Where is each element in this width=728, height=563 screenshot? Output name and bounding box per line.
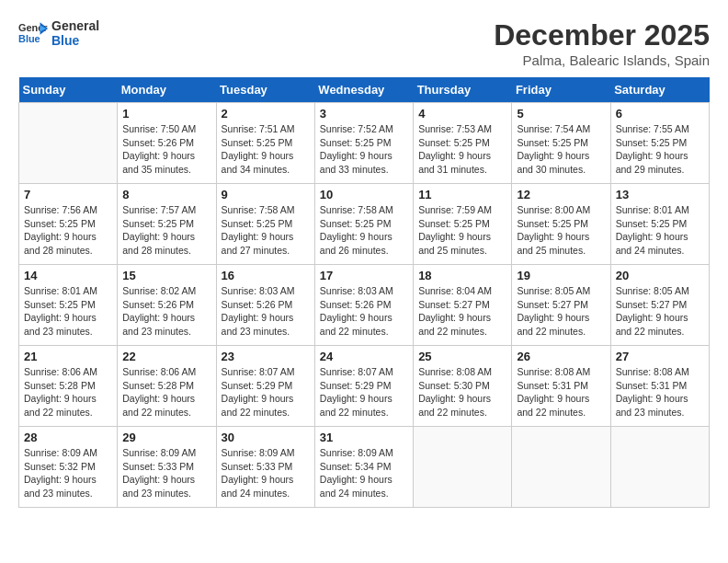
day-number: 29 — [122, 431, 210, 444]
day-info: Sunrise: 8:03 AMSunset: 5:26 PMDaylight:… — [222, 284, 310, 339]
day-number: 1 — [122, 107, 210, 121]
calendar-cell: 21Sunrise: 8:06 AMSunset: 5:28 PMDayligh… — [19, 346, 118, 427]
logo-general-text: General — [51, 18, 99, 33]
day-info: Sunrise: 8:03 AMSunset: 5:26 PMDaylight:… — [320, 284, 408, 339]
day-info: Sunrise: 8:06 AMSunset: 5:28 PMDaylight:… — [122, 365, 210, 419]
calendar-cell: 24Sunrise: 8:07 AMSunset: 5:29 PMDayligh… — [314, 346, 413, 427]
day-number: 19 — [517, 269, 605, 282]
calendar-cell: 10Sunrise: 7:58 AMSunset: 5:25 PMDayligh… — [314, 184, 413, 265]
calendar-table: SundayMondayTuesdayWednesdayThursdayFrid… — [18, 77, 710, 508]
logo-icon: General Blue — [18, 20, 48, 46]
day-number: 15 — [122, 269, 210, 282]
calendar-cell: 28Sunrise: 8:09 AMSunset: 5:32 PMDayligh… — [19, 427, 118, 508]
day-number: 28 — [24, 431, 112, 444]
day-number: 13 — [616, 188, 704, 201]
calendar-cell: 20Sunrise: 8:05 AMSunset: 5:27 PMDayligh… — [610, 265, 709, 346]
day-info: Sunrise: 8:09 AMSunset: 5:33 PMDaylight:… — [122, 446, 210, 500]
page-header: General Blue General Blue December 2025 … — [18, 18, 710, 68]
calendar-week-4: 21Sunrise: 8:06 AMSunset: 5:28 PMDayligh… — [19, 346, 710, 427]
day-number: 8 — [122, 188, 210, 201]
day-number: 7 — [24, 188, 112, 201]
calendar-cell: 23Sunrise: 8:07 AMSunset: 5:29 PMDayligh… — [216, 346, 314, 427]
calendar-cell: 18Sunrise: 8:04 AMSunset: 5:27 PMDayligh… — [414, 265, 512, 346]
calendar-cell: 1Sunrise: 7:50 AMSunset: 5:26 PMDaylight… — [118, 103, 216, 184]
day-info: Sunrise: 7:56 AMSunset: 5:25 PMDaylight:… — [24, 203, 112, 258]
day-info: Sunrise: 8:05 AMSunset: 5:27 PMDaylight:… — [616, 284, 704, 339]
day-number: 17 — [320, 269, 408, 282]
day-info: Sunrise: 7:52 AMSunset: 5:25 PMDaylight:… — [320, 122, 408, 177]
day-number: 6 — [616, 107, 704, 121]
day-number: 22 — [122, 350, 210, 363]
day-number: 2 — [222, 107, 310, 121]
month-year-title: December 2025 — [494, 18, 710, 52]
calendar-week-5: 28Sunrise: 8:09 AMSunset: 5:32 PMDayligh… — [19, 427, 710, 508]
column-header-wednesday: Wednesday — [314, 77, 413, 103]
day-number: 30 — [222, 431, 310, 444]
day-info: Sunrise: 8:08 AMSunset: 5:31 PMDaylight:… — [616, 365, 704, 419]
calendar-cell — [19, 103, 118, 184]
calendar-cell: 9Sunrise: 7:58 AMSunset: 5:25 PMDaylight… — [216, 184, 314, 265]
day-number: 25 — [418, 350, 506, 363]
calendar-cell: 7Sunrise: 7:56 AMSunset: 5:25 PMDaylight… — [19, 184, 118, 265]
day-info: Sunrise: 8:07 AMSunset: 5:29 PMDaylight:… — [222, 365, 310, 419]
day-number: 24 — [320, 350, 408, 363]
day-info: Sunrise: 7:58 AMSunset: 5:25 PMDaylight:… — [320, 203, 408, 258]
day-number: 26 — [517, 350, 605, 363]
day-info: Sunrise: 8:08 AMSunset: 5:31 PMDaylight:… — [517, 365, 605, 419]
day-number: 3 — [320, 107, 408, 121]
day-number: 11 — [418, 188, 506, 201]
column-header-friday: Friday — [512, 77, 610, 103]
calendar-cell — [610, 427, 709, 508]
day-info: Sunrise: 8:09 AMSunset: 5:32 PMDaylight:… — [24, 446, 112, 500]
day-number: 20 — [616, 269, 704, 282]
calendar-cell: 16Sunrise: 8:03 AMSunset: 5:26 PMDayligh… — [216, 265, 314, 346]
day-number: 16 — [222, 269, 310, 282]
calendar-cell — [512, 427, 610, 508]
day-number: 10 — [320, 188, 408, 201]
day-number: 14 — [24, 269, 112, 282]
calendar-cell: 26Sunrise: 8:08 AMSunset: 5:31 PMDayligh… — [512, 346, 610, 427]
day-info: Sunrise: 7:50 AMSunset: 5:26 PMDaylight:… — [122, 122, 210, 177]
calendar-cell — [414, 427, 512, 508]
calendar-cell: 3Sunrise: 7:52 AMSunset: 5:25 PMDaylight… — [314, 103, 413, 184]
day-info: Sunrise: 8:05 AMSunset: 5:27 PMDaylight:… — [517, 284, 605, 339]
calendar-cell: 14Sunrise: 8:01 AMSunset: 5:25 PMDayligh… — [19, 265, 118, 346]
calendar-cell: 27Sunrise: 8:08 AMSunset: 5:31 PMDayligh… — [610, 346, 709, 427]
day-info: Sunrise: 8:06 AMSunset: 5:28 PMDaylight:… — [24, 365, 112, 419]
column-header-thursday: Thursday — [414, 77, 512, 103]
day-number: 9 — [222, 188, 310, 201]
calendar-cell: 22Sunrise: 8:06 AMSunset: 5:28 PMDayligh… — [118, 346, 216, 427]
day-info: Sunrise: 8:07 AMSunset: 5:29 PMDaylight:… — [320, 365, 408, 419]
day-number: 21 — [24, 350, 112, 363]
day-info: Sunrise: 7:54 AMSunset: 5:25 PMDaylight:… — [517, 122, 605, 177]
title-area: December 2025 Palma, Balearic Islands, S… — [494, 18, 710, 68]
calendar-cell: 30Sunrise: 8:09 AMSunset: 5:33 PMDayligh… — [216, 427, 314, 508]
calendar-cell: 19Sunrise: 8:05 AMSunset: 5:27 PMDayligh… — [512, 265, 610, 346]
calendar-cell: 2Sunrise: 7:51 AMSunset: 5:25 PMDaylight… — [216, 103, 314, 184]
day-number: 5 — [517, 107, 605, 121]
calendar-cell: 4Sunrise: 7:53 AMSunset: 5:25 PMDaylight… — [414, 103, 512, 184]
calendar-cell: 11Sunrise: 7:59 AMSunset: 5:25 PMDayligh… — [414, 184, 512, 265]
calendar-week-3: 14Sunrise: 8:01 AMSunset: 5:25 PMDayligh… — [19, 265, 710, 346]
calendar-cell: 15Sunrise: 8:02 AMSunset: 5:26 PMDayligh… — [118, 265, 216, 346]
calendar-cell: 8Sunrise: 7:57 AMSunset: 5:25 PMDaylight… — [118, 184, 216, 265]
column-header-monday: Monday — [118, 77, 216, 103]
day-info: Sunrise: 8:01 AMSunset: 5:25 PMDaylight:… — [24, 284, 112, 339]
day-number: 31 — [320, 431, 408, 444]
day-info: Sunrise: 7:51 AMSunset: 5:25 PMDaylight:… — [222, 122, 310, 177]
calendar-cell: 5Sunrise: 7:54 AMSunset: 5:25 PMDaylight… — [512, 103, 610, 184]
day-info: Sunrise: 7:55 AMSunset: 5:25 PMDaylight:… — [616, 122, 704, 177]
column-header-sunday: Sunday — [19, 77, 118, 103]
day-number: 12 — [517, 188, 605, 201]
day-info: Sunrise: 8:09 AMSunset: 5:33 PMDaylight:… — [222, 446, 310, 500]
calendar-week-2: 7Sunrise: 7:56 AMSunset: 5:25 PMDaylight… — [19, 184, 710, 265]
day-info: Sunrise: 8:00 AMSunset: 5:25 PMDaylight:… — [517, 203, 605, 258]
calendar-week-1: 1Sunrise: 7:50 AMSunset: 5:26 PMDaylight… — [19, 103, 710, 184]
svg-text:Blue: Blue — [18, 33, 40, 44]
day-info: Sunrise: 8:01 AMSunset: 5:25 PMDaylight:… — [616, 203, 704, 258]
day-info: Sunrise: 7:53 AMSunset: 5:25 PMDaylight:… — [418, 122, 506, 177]
day-number: 4 — [418, 107, 506, 121]
calendar-cell: 6Sunrise: 7:55 AMSunset: 5:25 PMDaylight… — [610, 103, 709, 184]
calendar-cell: 29Sunrise: 8:09 AMSunset: 5:33 PMDayligh… — [118, 427, 216, 508]
logo: General Blue General Blue — [18, 18, 99, 48]
